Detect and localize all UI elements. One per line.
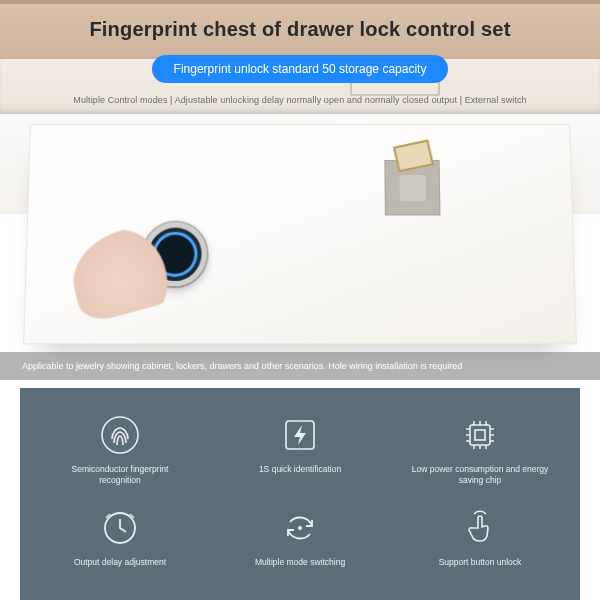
chip-icon (459, 414, 501, 456)
feature-label: Semiconductor fingerprint recognition (50, 464, 190, 487)
drawer-front (23, 124, 577, 344)
clock-icon (99, 507, 141, 549)
svg-point-0 (102, 417, 138, 453)
svg-point-5 (298, 526, 302, 530)
feature-label: 1S quick identification (259, 464, 341, 475)
feature-label: Low power consumption and energy saving … (410, 464, 550, 487)
hero-caption-text: Applicable to jewelry showing cabinet, l… (22, 361, 462, 371)
hero-caption-bar: Applicable to jewelry showing cabinet, l… (0, 352, 600, 380)
svg-rect-3 (475, 430, 485, 440)
feature-4: Output delay adjustment (30, 501, 210, 582)
cycle-icon (279, 507, 321, 549)
feature-label: Output delay adjustment (74, 557, 166, 568)
feature-panel: Semiconductor fingerprint recognition1S … (20, 388, 580, 600)
feature-2: 1S quick identification (210, 408, 390, 501)
feature-1: Semiconductor fingerprint recognition (30, 408, 210, 501)
feature-6: Support button unlock (390, 501, 570, 582)
feature-5: Multiple mode switching (210, 501, 390, 582)
feature-label: Support button unlock (439, 557, 522, 568)
feature-label: Multiple mode switching (255, 557, 345, 568)
bolt-icon (279, 414, 321, 456)
fingerprint-icon (99, 414, 141, 456)
lock-latch (384, 160, 440, 216)
product-title: Fingerprint chest of drawer lock control… (0, 18, 600, 41)
product-page: Fingerprint chest of drawer lock control… (0, 0, 600, 600)
feature-summary-line: Multiple Control modes | Adjustable unlo… (0, 95, 600, 105)
hero-image: Fingerprint chest of drawer lock control… (0, 0, 600, 380)
feature-3: Low power consumption and energy saving … (390, 408, 570, 501)
svg-rect-2 (470, 425, 490, 445)
touch-icon (459, 507, 501, 549)
capacity-pill: Fingerprint unlock standard 50 storage c… (152, 55, 449, 83)
hero-text: Fingerprint chest of drawer lock control… (0, 18, 600, 105)
